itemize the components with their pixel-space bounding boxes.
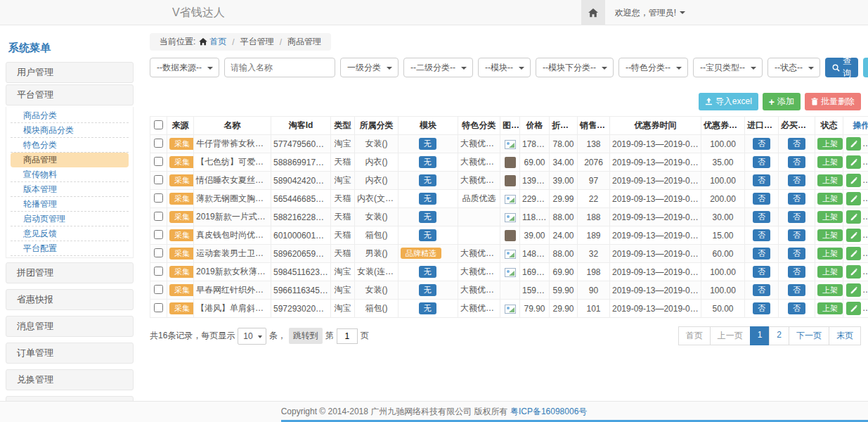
import-select-toggle[interactable]: 否 [753, 266, 770, 277]
row-checkbox[interactable] [154, 193, 163, 203]
page-button[interactable]: 末页 [829, 326, 861, 345]
status-toggle[interactable]: 上架 [817, 302, 843, 314]
edit-button[interactable] [846, 210, 861, 224]
filter-select[interactable]: --状态-- [767, 58, 820, 77]
row-checkbox[interactable] [154, 139, 163, 148]
filter-select[interactable]: 一级分类 [340, 58, 399, 77]
status-toggle[interactable]: 上架 [817, 174, 843, 186]
edit-button[interactable] [846, 283, 861, 297]
status-toggle[interactable]: 上架 [817, 229, 843, 241]
sidebar-item[interactable]: 订单管理 [6, 343, 134, 364]
name-search-input[interactable] [224, 58, 335, 77]
import-select-toggle[interactable]: 否 [753, 229, 770, 241]
sidebar-submenu-item[interactable]: 平台配置 [11, 241, 129, 256]
user-menu[interactable]: 欢迎您，管理员! [615, 7, 685, 19]
edit-button[interactable] [846, 192, 861, 205]
sidebar-submenu-item[interactable]: 启动页管理 [11, 212, 129, 226]
icp-link[interactable]: 粤ICP备16098006号 [510, 406, 587, 418]
sidebar-submenu-item[interactable]: 轮播管理 [11, 197, 129, 212]
row-checkbox[interactable] [154, 230, 163, 239]
sidebar-item-user-management[interactable]: 用户管理 [6, 62, 134, 83]
row-checkbox[interactable] [154, 285, 163, 294]
must-buy-toggle[interactable]: 否 [788, 229, 805, 241]
filter-select[interactable]: --宝贝类型-- [693, 58, 763, 77]
status-toggle[interactable]: 上架 [817, 284, 843, 295]
sidebar-item[interactable]: 省惠快报 [6, 289, 134, 310]
row-checkbox[interactable] [154, 212, 163, 221]
sidebar-submenu-item[interactable]: 商品管理 [11, 153, 129, 167]
import-select-toggle[interactable]: 否 [753, 138, 770, 149]
import-select-toggle[interactable]: 否 [753, 174, 770, 186]
sidebar-submenu-item[interactable]: 版本管理 [11, 182, 129, 197]
page-button[interactable]: 首页 [678, 326, 711, 345]
import-excel-button[interactable]: 导入excel [699, 93, 758, 110]
filter-select[interactable]: --模块-- [478, 58, 531, 77]
import-select-toggle[interactable]: 否 [753, 248, 770, 259]
filter-select[interactable]: --模块下分类-- [536, 58, 614, 77]
status-toggle[interactable]: 上架 [817, 248, 843, 259]
must-buy-toggle[interactable]: 否 [788, 156, 805, 167]
import-select-toggle[interactable]: 否 [753, 156, 770, 167]
search-button[interactable]: 查询 [825, 58, 858, 77]
page-button[interactable]: 1 [750, 326, 770, 345]
must-buy-toggle[interactable]: 否 [788, 302, 805, 314]
must-buy-toggle[interactable]: 否 [788, 138, 805, 149]
import-select-toggle[interactable]: 否 [753, 302, 770, 314]
sidebar-submenu-item[interactable]: 商品分类 [11, 108, 129, 123]
home-button[interactable] [581, 0, 605, 25]
status-toggle[interactable]: 上架 [817, 138, 843, 149]
filter-select[interactable]: --二级分类-- [403, 58, 473, 77]
edit-button[interactable] [846, 137, 861, 151]
add-button[interactable]: 添加 [763, 93, 801, 110]
edit-button[interactable] [846, 265, 861, 279]
sidebar-submenu-item[interactable]: 宣传物料 [11, 167, 129, 182]
select-all-checkbox[interactable] [154, 120, 163, 129]
status-toggle[interactable]: 上架 [817, 266, 843, 277]
status-toggle[interactable]: 上架 [817, 193, 843, 204]
row-checkbox[interactable] [154, 267, 163, 276]
status-toggle[interactable]: 上架 [817, 211, 843, 222]
row-checkbox[interactable] [154, 303, 163, 312]
coupon-amount: 100.00 [701, 172, 745, 190]
breadcrumb-home-link[interactable]: 首页 [199, 36, 226, 48]
sidebar-submenu-item[interactable]: 意见反馈 [11, 226, 129, 241]
sidebar-item[interactable]: 消息管理 [6, 316, 134, 337]
sidebar-item[interactable]: 代理管理 [6, 396, 134, 401]
sidebar-submenu-item[interactable]: 特色分类 [11, 138, 129, 153]
page-number-input[interactable] [337, 328, 358, 344]
row-checkbox[interactable] [154, 175, 163, 184]
sidebar-item[interactable]: 拼团管理 [6, 262, 134, 283]
edit-button[interactable] [846, 155, 861, 169]
page-button[interactable]: 下一页 [789, 326, 829, 345]
status-toggle[interactable]: 上架 [817, 156, 843, 167]
must-buy-toggle[interactable]: 否 [788, 193, 805, 204]
edit-button[interactable] [846, 229, 861, 242]
edit-button[interactable] [846, 302, 861, 315]
must-buy-toggle[interactable]: 否 [788, 266, 805, 277]
edit-button[interactable] [846, 247, 861, 260]
row-checkbox[interactable] [154, 248, 163, 257]
page-button[interactable]: 2 [769, 326, 789, 345]
filter-data-source-select[interactable]: --数据来源-- [150, 58, 219, 77]
filter-select[interactable]: --特色分类-- [618, 58, 688, 77]
sidebar-item-platform-management[interactable]: 平台管理 [6, 84, 134, 106]
product-name: 真皮钱包时尚优雅女士... [194, 226, 271, 245]
must-buy-toggle[interactable]: 否 [788, 284, 805, 295]
product-type: 淘宝 [331, 263, 355, 281]
sidebar-submenu-item[interactable]: 模块商品分类 [11, 123, 129, 138]
jump-to-button[interactable]: 跳转到 [289, 328, 323, 344]
import-select-toggle[interactable]: 否 [753, 193, 770, 204]
row-checkbox[interactable] [154, 157, 163, 166]
product-category: 箱包() [355, 226, 399, 245]
page-button[interactable]: 上一页 [710, 326, 751, 345]
import-select-toggle[interactable]: 否 [753, 284, 770, 295]
sidebar-item[interactable]: 兑换管理 [6, 369, 134, 390]
must-buy-toggle[interactable]: 否 [788, 248, 805, 259]
import-select-toggle[interactable]: 否 [753, 211, 770, 222]
edit-button[interactable] [846, 174, 861, 187]
must-buy-toggle[interactable]: 否 [788, 211, 805, 222]
reset-button[interactable]: 重置 [863, 58, 868, 77]
bulk-delete-button[interactable]: 批量删除 [805, 93, 861, 110]
must-buy-toggle[interactable]: 否 [788, 174, 805, 186]
page-size-select[interactable]: 10 [238, 328, 266, 345]
